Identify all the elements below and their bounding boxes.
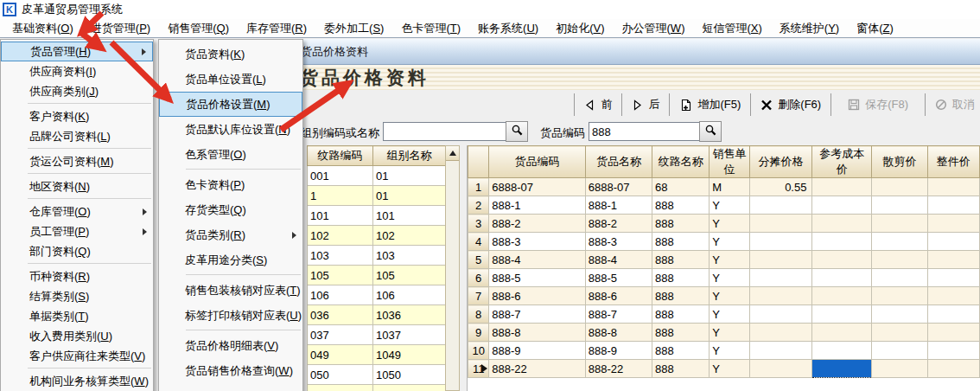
menubar-item[interactable]: 窗体(Z) (848, 19, 902, 38)
grid-cell[interactable]: 0.55 (749, 178, 812, 196)
grid-cell[interactable] (871, 305, 927, 324)
menu-item[interactable]: 仓库管理(O) (1, 202, 153, 221)
add-button[interactable]: 增加(F5) (676, 94, 744, 115)
grid-cell[interactable]: 888 (652, 233, 710, 251)
grid-cell[interactable]: Y (710, 215, 749, 233)
column-header[interactable]: 货品编码 (489, 146, 585, 178)
row-number-cell[interactable]: 10 (468, 342, 489, 360)
next-button[interactable]: 后 (628, 94, 663, 115)
grid-cell[interactable]: 888-5 (489, 269, 585, 287)
grid-cell[interactable]: 888-1 (489, 196, 585, 215)
grid-cell[interactable] (928, 305, 980, 324)
grid-cell[interactable]: 1036 (373, 305, 446, 325)
grid-cell[interactable]: Y (710, 269, 749, 287)
row-number-cell[interactable]: 1 (468, 178, 489, 196)
grid-cell[interactable] (871, 287, 927, 305)
grid-cell[interactable]: Y (710, 287, 749, 305)
menubar-item[interactable]: 基础资料(O) (3, 19, 82, 38)
grid-cell[interactable]: 888-7 (585, 305, 652, 324)
table-row[interactable]: 8 888-7 888-7 888 Y (468, 305, 980, 324)
group-search-input[interactable] (383, 122, 508, 141)
tab-price-data[interactable]: 货品价格资料 (301, 44, 368, 60)
menu-item[interactable]: 结算类别(S) (1, 286, 153, 306)
table-row[interactable]: 7 888-6 888-6 888 Y (468, 287, 980, 305)
menu-item[interactable]: 地区资料(N) (1, 176, 153, 196)
grid-cell[interactable]: 888 (652, 269, 710, 287)
grid-cell[interactable] (812, 342, 871, 360)
menu-item[interactable]: 货运公司资料(M) (1, 151, 153, 171)
grid-cell[interactable]: 106 (373, 285, 446, 305)
row-number-cell[interactable]: 11 (468, 360, 489, 378)
menu-item[interactable]: 客户资料(K) (1, 106, 153, 126)
table-row[interactable]: 5 888-4 888-4 888 Y (468, 251, 980, 269)
menu-item[interactable]: 皮革用途分类(S) (159, 247, 302, 272)
row-number-cell[interactable]: 4 (468, 233, 489, 251)
grid-cell[interactable]: 106 (308, 285, 373, 305)
table-row[interactable]: 6 888-5 888-5 888 Y (468, 269, 980, 287)
row-number-cell[interactable]: 3 (468, 215, 489, 233)
grid-cell[interactable] (749, 269, 812, 287)
table-row[interactable]: 103 103 (308, 246, 446, 266)
grid-cell[interactable]: 888-4 (585, 251, 652, 269)
grid-cell[interactable]: 888 (652, 287, 710, 305)
menu-item[interactable]: 币种资料(R) (1, 266, 153, 286)
grid-cell[interactable]: 888-2 (585, 215, 652, 233)
menubar-item[interactable]: 系统维护(Y) (771, 19, 848, 38)
grid-cell[interactable]: 888 (652, 305, 710, 324)
menu-item[interactable]: 供应商类别(J) (1, 81, 153, 101)
grid-cell[interactable]: 888-8 (489, 324, 585, 342)
grid-cell[interactable]: 888-22 (489, 360, 585, 378)
grid-cell[interactable]: 888 (652, 215, 710, 233)
grid-cell[interactable]: 888 (652, 360, 710, 378)
grid-cell[interactable]: 888-1 (585, 196, 652, 215)
menu-item[interactable]: 货品默认库位设置(N) (159, 117, 302, 142)
table-row[interactable]: 2 888-1 888-1 888 Y (468, 196, 980, 215)
table-row[interactable]: 101 101 (308, 206, 446, 226)
grid-cell[interactable]: 888-3 (489, 233, 585, 251)
column-header[interactable]: 货品名称 (585, 146, 652, 178)
row-number-cell[interactable]: 6 (468, 269, 489, 287)
grid-cell[interactable] (749, 215, 812, 233)
menu-item[interactable]: 货品资料(K) (159, 42, 302, 67)
menu-item[interactable]: 单据类别(T) (1, 306, 153, 326)
menubar-item[interactable]: 委外加工(S) (315, 19, 392, 38)
grid-cell[interactable]: 68 (652, 178, 710, 196)
grid-cell[interactable]: 036 (308, 305, 373, 325)
menu-item[interactable]: 员工管理(P) (1, 221, 153, 241)
column-header[interactable]: 组别名称 (373, 146, 446, 166)
grid-cell[interactable]: 6888-07 (585, 178, 652, 196)
menu-item[interactable]: 货品价格明细表(V) (159, 333, 302, 358)
row-number-cell[interactable]: 5 (468, 251, 489, 269)
grid-cell[interactable] (749, 305, 812, 324)
grid-cell[interactable]: 102 (308, 226, 373, 246)
menubar-item[interactable]: 账务系统(U) (469, 19, 547, 38)
column-header[interactable]: 分摊价格 (749, 146, 812, 178)
grid-cell[interactable] (749, 342, 812, 360)
grid-cell[interactable] (812, 178, 871, 196)
grid-cell[interactable] (871, 251, 927, 269)
table-row[interactable]: 9 888-8 888-8 888 Y (468, 324, 980, 342)
table-row[interactable]: 001 01 (308, 166, 446, 186)
code-search-input[interactable] (589, 122, 703, 141)
grid-cell[interactable]: 888 (652, 324, 710, 342)
column-header[interactable]: 纹路编码 (308, 146, 373, 166)
table-row[interactable]: 3 888-2 888-2 888 Y (468, 215, 980, 233)
grid-cell[interactable] (928, 342, 980, 360)
grid-cell[interactable]: 6888-07 (489, 178, 585, 196)
menu-item[interactable]: 货品价格设置(M) (159, 92, 302, 117)
column-header[interactable]: 销售单位 (710, 146, 749, 178)
prev-button[interactable]: 前 (581, 94, 615, 115)
grid-cell[interactable]: 888 (652, 342, 710, 360)
table-row[interactable]: 037 1037 (308, 325, 446, 345)
grid-cell[interactable] (812, 233, 871, 251)
grid-cell[interactable]: 101 (308, 206, 373, 226)
grid-cell[interactable] (812, 196, 871, 215)
scroll-up-button[interactable] (446, 146, 459, 161)
grid-cell[interactable]: M (710, 178, 749, 196)
grid-cell[interactable]: 049 (308, 345, 373, 365)
menubar-item[interactable]: 库存管理(R) (238, 19, 315, 38)
grid-cell[interactable]: 888-4 (489, 251, 585, 269)
column-header[interactable]: 整件价 (928, 146, 980, 178)
menu-item[interactable]: 机构间业务核算类型(W) (1, 371, 153, 391)
grid-cell[interactable] (928, 269, 980, 287)
